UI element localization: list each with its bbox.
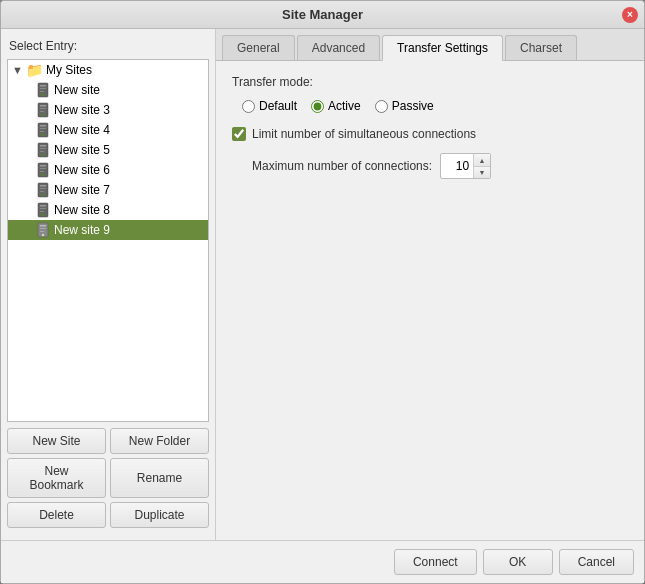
svg-point-34 [42, 214, 44, 216]
tree-item-new-site-4[interactable]: New site 4 [8, 120, 208, 140]
site-icon [36, 162, 50, 178]
svg-rect-18 [40, 151, 44, 152]
tab-bar: General Advanced Transfer Settings Chars… [216, 29, 644, 61]
tab-transfer-settings[interactable]: Transfer Settings [382, 35, 503, 61]
max-connections-spinner[interactable]: ▲ ▼ [440, 153, 491, 179]
tree-item-new-site-6[interactable]: New site 6 [8, 160, 208, 180]
site-label: New site 8 [54, 203, 110, 217]
svg-rect-7 [40, 108, 46, 109]
tree-item-new-site-5[interactable]: New site 5 [8, 140, 208, 160]
svg-point-39 [42, 234, 44, 236]
cancel-button[interactable]: Cancel [559, 549, 634, 575]
svg-point-14 [42, 134, 44, 136]
svg-rect-17 [40, 148, 46, 149]
svg-rect-12 [40, 128, 46, 129]
svg-rect-33 [40, 211, 44, 212]
site-label: New site [54, 83, 100, 97]
radio-active[interactable]: Active [311, 99, 361, 113]
spinner-up-button[interactable]: ▲ [474, 154, 490, 166]
tree-item-new-site-7[interactable]: New site 7 [8, 180, 208, 200]
radio-active-input[interactable] [311, 100, 324, 113]
svg-point-4 [42, 94, 44, 96]
svg-rect-28 [40, 191, 44, 192]
radio-default-input[interactable] [242, 100, 255, 113]
site-icon [36, 182, 50, 198]
folder-icon: 📁 [26, 62, 43, 78]
site-icon [36, 82, 50, 98]
tree-item-new-site[interactable]: New site [8, 80, 208, 100]
svg-rect-2 [40, 88, 46, 89]
svg-rect-21 [40, 165, 46, 167]
svg-rect-1 [40, 85, 46, 87]
limit-connections-row: Limit number of simultaneous connections [232, 127, 628, 141]
site-tree[interactable]: ▼ 📁 My Sites New s [7, 59, 209, 422]
spinner-arrows: ▲ ▼ [473, 154, 490, 178]
svg-rect-36 [40, 225, 46, 227]
dialog-footer: Connect OK Cancel [1, 540, 644, 583]
site-label: New site 7 [54, 183, 110, 197]
title-bar: Site Manager × [1, 1, 644, 29]
main-content: Select Entry: ▼ 📁 My Sites [1, 29, 644, 540]
site-label: New site 3 [54, 103, 110, 117]
new-site-button[interactable]: New Site [7, 428, 106, 454]
close-button[interactable]: × [622, 7, 638, 23]
radio-passive-input[interactable] [375, 100, 388, 113]
tree-item-new-site-9[interactable]: New site 9 [8, 220, 208, 240]
max-connections-label: Maximum number of connections: [252, 159, 432, 173]
right-panel: General Advanced Transfer Settings Chars… [216, 29, 644, 540]
svg-rect-8 [40, 111, 44, 112]
site-label: New site 9 [54, 223, 110, 237]
transfer-mode-radio-group: Default Active Passive [232, 99, 628, 113]
radio-active-label: Active [328, 99, 361, 113]
limit-connections-label: Limit number of simultaneous connections [252, 127, 476, 141]
radio-passive-label: Passive [392, 99, 434, 113]
site-label: New site 5 [54, 143, 110, 157]
svg-point-24 [42, 174, 44, 176]
new-bookmark-button[interactable]: New Bookmark [7, 458, 106, 498]
radio-default[interactable]: Default [242, 99, 297, 113]
svg-rect-38 [40, 231, 44, 232]
site-icon [36, 142, 50, 158]
tree-item-new-site-3[interactable]: New site 3 [8, 100, 208, 120]
radio-passive[interactable]: Passive [375, 99, 434, 113]
folder-label: My Sites [46, 63, 92, 77]
duplicate-button[interactable]: Duplicate [110, 502, 209, 528]
transfer-mode-label: Transfer mode: [232, 75, 628, 89]
limit-connections-checkbox[interactable] [232, 127, 246, 141]
ok-button[interactable]: OK [483, 549, 553, 575]
site-manager-dialog: Site Manager × Select Entry: ▼ 📁 My Site… [0, 0, 645, 584]
site-label: New site 6 [54, 163, 110, 177]
rename-button[interactable]: Rename [110, 458, 209, 498]
spinner-down-button[interactable]: ▼ [474, 166, 490, 178]
new-folder-button[interactable]: New Folder [110, 428, 209, 454]
site-icon [36, 102, 50, 118]
svg-rect-31 [40, 205, 46, 207]
site-icon [36, 222, 50, 238]
svg-point-19 [42, 154, 44, 156]
transfer-settings-content: Transfer mode: Default Active Passive [216, 61, 644, 540]
left-panel: Select Entry: ▼ 📁 My Sites [1, 29, 216, 540]
max-connections-input[interactable] [441, 157, 473, 175]
collapse-icon[interactable]: ▼ [12, 64, 23, 76]
svg-point-9 [42, 114, 44, 116]
site-icon [36, 122, 50, 138]
svg-rect-11 [40, 125, 46, 127]
svg-rect-3 [40, 91, 44, 92]
delete-button[interactable]: Delete [7, 502, 106, 528]
tab-general[interactable]: General [222, 35, 295, 60]
my-sites-folder[interactable]: ▼ 📁 My Sites [8, 60, 208, 80]
site-label: New site 4 [54, 123, 110, 137]
connect-button[interactable]: Connect [394, 549, 477, 575]
left-panel-buttons: New Site New Folder New Bookmark Rename … [1, 422, 215, 534]
tree-item-new-site-8[interactable]: New site 8 [8, 200, 208, 220]
svg-rect-13 [40, 131, 44, 132]
max-connections-row: Maximum number of connections: ▲ ▼ [232, 153, 628, 179]
svg-rect-32 [40, 208, 46, 209]
svg-rect-16 [40, 145, 46, 147]
svg-rect-37 [40, 228, 46, 229]
svg-rect-26 [40, 185, 46, 187]
svg-rect-22 [40, 168, 46, 169]
tab-advanced[interactable]: Advanced [297, 35, 380, 60]
tab-charset[interactable]: Charset [505, 35, 577, 60]
select-entry-label: Select Entry: [1, 35, 215, 59]
